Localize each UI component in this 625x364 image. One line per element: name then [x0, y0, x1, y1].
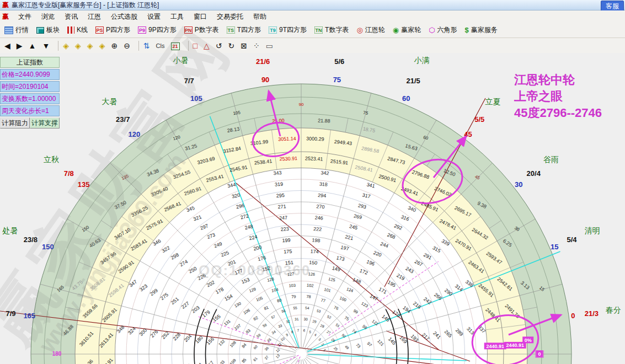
ps-badge: PS	[95, 26, 104, 34]
svg-text:立秋: 立秋	[44, 155, 59, 164]
price-row: 价格=2440.9099	[0, 69, 60, 80]
title-bar: 赢 赢家江恩专业版[赢家服务平台] - [上证指数 江恩轮] 客服	[0, 0, 625, 10]
zoom-out-icon[interactable]: ⊖	[122, 41, 131, 51]
cls-button[interactable]: Cls	[155, 41, 166, 51]
step-row: 周天变化步长=1	[0, 105, 60, 116]
main-toolbar: 行情板块K线PSP四方形P99P四方形PNP数字表TST四方形T99T四方形TN…	[0, 23, 625, 38]
menu-item-9[interactable]: 交易委托	[212, 11, 248, 23]
calendar-icon[interactable]: 21	[170, 40, 181, 51]
svg-text:21.88: 21.88	[318, 117, 330, 124]
toolbar-button-T四方形[interactable]: TST四方形	[226, 25, 262, 35]
menu-item-3[interactable]: 资讯	[60, 11, 83, 23]
svg-text:大暑: 大暑	[102, 97, 117, 106]
menu-item-10[interactable]: 帮助	[248, 11, 271, 23]
toolbar-label: K线	[77, 25, 88, 35]
clear-box-icon[interactable]: ⊠	[239, 41, 248, 51]
calc-resistance-button[interactable]: 计算阻力	[0, 117, 30, 129]
p9-badge: P9	[138, 26, 146, 34]
svg-text:30: 30	[303, 317, 308, 322]
toolbar-button-P四方形[interactable]: PSP四方形	[94, 25, 131, 35]
svg-text:21/6: 21/6	[256, 57, 270, 66]
svg-text:0%: 0%	[525, 338, 532, 343]
svg-text:105: 105	[190, 94, 202, 103]
fit-icon[interactable]: ⁘	[252, 41, 261, 51]
toolbar-label: 9T四方形	[279, 25, 307, 35]
toolbar-button-行情[interactable]: 行情	[3, 25, 30, 35]
svg-text:0: 0	[571, 312, 575, 320]
move-left-icon[interactable]: ◈	[62, 41, 70, 51]
toolbar-button-9P四方形[interactable]: P99P四方形	[137, 25, 178, 35]
toolbar-button-六角形[interactable]: ⬡六角形	[428, 25, 458, 35]
svg-text:246: 246	[314, 215, 323, 221]
rotate-cw-step-icon[interactable]: ▼	[41, 41, 51, 51]
svg-text:165: 165	[23, 312, 35, 320]
svg-text:318: 318	[319, 181, 328, 188]
app-window: 赢 赢家江恩专业版[赢家服务平台] - [上证指数 江恩轮] 客服 赢 文件浏览…	[0, 0, 625, 364]
svg-text:23/8: 23/8	[24, 235, 38, 244]
rotate-right-icon[interactable]: ↻	[227, 41, 236, 51]
svg-text:5/5: 5/5	[474, 115, 484, 124]
svg-text:103: 103	[289, 283, 296, 288]
menu-item-7[interactable]: 工具	[165, 11, 189, 23]
svg-text:90: 90	[261, 76, 269, 84]
menu-item-6[interactable]: 设置	[142, 11, 165, 23]
toolbar-button-9T四方形[interactable]: T99T四方形	[268, 25, 308, 35]
svg-text:102: 102	[307, 283, 314, 288]
svg-text:222: 222	[313, 226, 322, 232]
toolbar-button-P数字表[interactable]: PNP数字表	[183, 25, 220, 35]
svg-text:2440.91: 2440.91	[486, 344, 504, 349]
tn-badge: TN	[314, 26, 323, 34]
pan-right-icon[interactable]: ▶	[15, 41, 24, 51]
svg-text:342: 342	[320, 170, 329, 176]
menu-item-8[interactable]: 窗口	[189, 11, 212, 23]
gann-wheel-chart[interactable]: 1234567891011121325262728293031323334353…	[0, 53, 625, 364]
toolbar-button-K线[interactable]: K线	[66, 25, 89, 35]
service-icon: $	[464, 26, 468, 34]
svg-text:55: 55	[293, 306, 297, 310]
updown-icon[interactable]: ⇅	[142, 41, 151, 51]
triangle-tool-icon[interactable]: △	[202, 41, 211, 51]
svg-text:319: 319	[275, 181, 284, 188]
svg-text:120: 120	[129, 130, 141, 138]
menu-logo-icon: 赢	[2, 12, 9, 22]
svg-text:7/7: 7/7	[184, 77, 194, 85]
svg-text:30: 30	[515, 180, 522, 189]
screen-icon[interactable]: ▭	[265, 41, 274, 51]
svg-text:79: 79	[291, 294, 296, 299]
svg-text:54: 54	[305, 306, 309, 310]
pan-left-icon[interactable]: ◀	[3, 41, 12, 51]
quote-panel: 上证指数 价格=2440.9099 时间=20190104 变换系数=1.000…	[0, 57, 60, 129]
toolbar-separator	[58, 41, 58, 51]
toolbar-button-江恩轮[interactable]: ◎江恩轮	[355, 25, 386, 35]
svg-text:21/5: 21/5	[407, 77, 420, 85]
svg-text:谷雨: 谷雨	[543, 155, 559, 164]
move-up-icon[interactable]: ◈	[86, 41, 94, 51]
toolbar-button-赢家服务[interactable]: $赢家服务	[463, 25, 498, 35]
calc-support-button[interactable]: 计算支撑	[30, 117, 60, 129]
toolbar-button-板块[interactable]: 板块	[35, 25, 61, 35]
toolbar-button-赢家轮[interactable]: ◉赢家轮	[392, 25, 422, 35]
svg-text:90: 90	[299, 102, 304, 107]
move-right-icon[interactable]: ◈	[74, 41, 82, 51]
winner-wheel-icon: ◉	[393, 26, 399, 34]
time-row: 时间=20190104	[0, 81, 60, 92]
menu-item-1[interactable]: 文件	[13, 11, 36, 23]
rotate-left-icon[interactable]: ↺	[215, 41, 223, 51]
app-logo-icon: 赢	[2, 1, 9, 10]
svg-text:78: 78	[306, 294, 311, 299]
move-down-icon[interactable]: ◈	[98, 41, 106, 51]
svg-text:295: 295	[276, 192, 285, 199]
square-tool-icon[interactable]: □	[192, 41, 199, 51]
toolbar-button-T数字表[interactable]: TNT数字表	[313, 25, 350, 35]
toolbar-label: P数字表	[195, 25, 219, 35]
menu-item-5[interactable]: 公式选股	[106, 11, 142, 23]
svg-text:174: 174	[310, 249, 319, 255]
zoom-in-icon[interactable]: ⊕	[110, 41, 119, 51]
symbol-name: 上证指数	[0, 57, 60, 68]
svg-text:5/6: 5/6	[334, 57, 344, 66]
menu-item-4[interactable]: 江恩	[83, 11, 106, 23]
svg-text:小暑: 小暑	[173, 56, 188, 65]
rotate-ccw-step-icon[interactable]: ▲	[28, 41, 38, 51]
menu-item-2[interactable]: 浏览	[36, 11, 60, 23]
toolbar-label: T数字表	[325, 25, 349, 35]
